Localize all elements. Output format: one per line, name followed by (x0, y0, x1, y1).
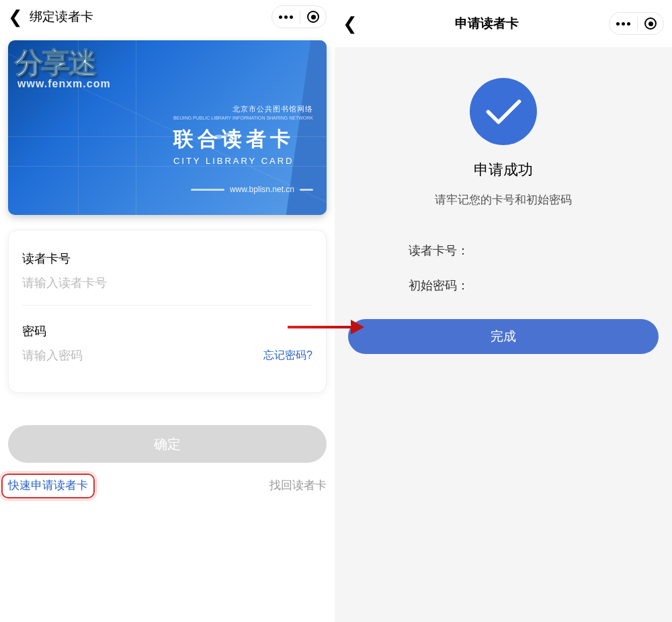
watermark: 分享迷 www.fenxm.com (15, 44, 111, 90)
find-card-link[interactable]: 找回读者卡 (269, 478, 327, 494)
library-card-image: 分享迷 www.fenxm.com 北京市公共图书馆网络 BEIJING PUB… (8, 40, 327, 215)
back-icon[interactable]: ❮ (343, 13, 358, 34)
back-icon[interactable]: ❮ (8, 7, 23, 28)
arrow-annotation (288, 326, 351, 328)
page-title: 绑定读者卡 (30, 8, 93, 26)
success-title: 申请成功 (348, 160, 659, 180)
card-number-row: 读者卡号： (409, 242, 659, 259)
header: ❮ 绑定读者卡 (0, 0, 335, 34)
success-check-icon (470, 78, 537, 145)
miniprogram-capsule[interactable] (271, 5, 327, 28)
bind-card-screen: ❮ 绑定读者卡 分享迷 www.fenxm.com 北京市公共图书馆网络 BEI… (0, 0, 335, 622)
more-icon[interactable] (616, 22, 630, 26)
forgot-password-link[interactable]: 忘记密码? (263, 349, 312, 363)
password-label: 密码 (22, 323, 312, 339)
card-url: www.bplisn.net.cn (191, 185, 313, 194)
miniprogram-capsule[interactable] (609, 12, 664, 35)
card-number-label: 读者卡号 (22, 251, 312, 267)
password-input[interactable] (22, 349, 263, 372)
more-icon[interactable] (279, 15, 293, 19)
page-title: 申请读者卡 (364, 15, 609, 32)
card-number-input[interactable] (22, 276, 312, 300)
header: ❮ 申请读者卡 (335, 0, 672, 34)
quick-apply-link[interactable]: 快速申请读者卡 (8, 479, 88, 492)
card-text: 北京市公共图书馆网络 BEIJING PUBLIC LIBRARY INFORM… (173, 104, 313, 166)
confirm-button[interactable]: 确定 (8, 425, 327, 463)
close-target-icon[interactable] (644, 17, 657, 30)
login-form: 读者卡号 密码 忘记密码? (8, 230, 327, 393)
highlight-annotation: 快速申请读者卡 (1, 474, 95, 498)
initial-password-row: 初始密码： (409, 277, 659, 294)
close-target-icon[interactable] (307, 11, 319, 23)
apply-success-screen: ❮ 申请读者卡 申请成功 请牢记您的卡号和初始密码 读者卡号： 初始密码： 完成 (335, 0, 672, 622)
done-button[interactable]: 完成 (348, 319, 659, 354)
success-subtitle: 请牢记您的卡号和初始密码 (348, 192, 659, 208)
